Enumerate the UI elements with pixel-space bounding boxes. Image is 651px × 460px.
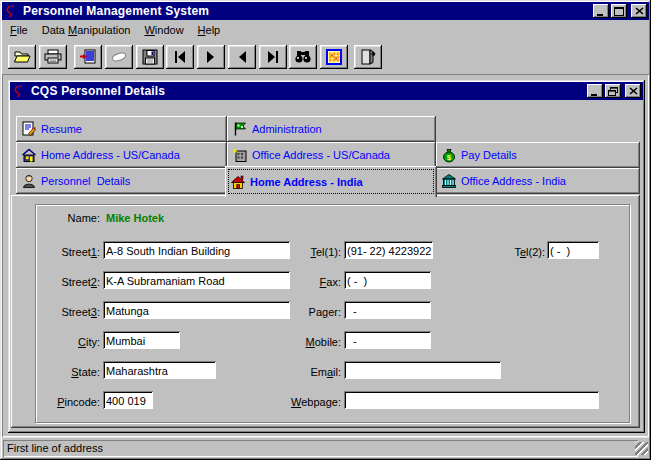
name-label: Name: xyxy=(40,209,100,227)
save-button[interactable] xyxy=(136,45,164,69)
maximize-button[interactable] xyxy=(611,4,627,18)
exit-icon xyxy=(359,49,377,65)
home-india-icon xyxy=(230,174,246,190)
exit-button[interactable] xyxy=(354,45,382,69)
open-button[interactable] xyxy=(8,45,36,69)
mobile-label: Mobile: xyxy=(266,333,341,351)
webpage-input[interactable] xyxy=(344,391,599,409)
print-button[interactable] xyxy=(39,45,67,69)
main-window-title: Personnel Management System xyxy=(23,4,591,18)
add-record-button[interactable] xyxy=(74,45,102,69)
tab-label: Office Address - US/Canada xyxy=(252,149,390,161)
resize-grip[interactable] xyxy=(635,442,648,455)
resume-icon xyxy=(21,121,37,137)
child-restore-button[interactable] xyxy=(605,84,621,98)
mdi-client-area: CQS Personnel Details Resume Administrat… xyxy=(2,74,649,437)
money-bag-icon: $ xyxy=(441,147,457,163)
previous-record-button[interactable] xyxy=(228,45,256,69)
city-input[interactable] xyxy=(103,331,180,349)
clear-icon xyxy=(110,49,128,65)
tab-home-address-us-canada[interactable]: Home Address - US/Canada xyxy=(16,142,227,168)
app-logo-icon xyxy=(12,84,27,99)
street2-input[interactable] xyxy=(103,271,290,289)
tab-label: Home Address - India xyxy=(250,176,363,188)
tab-label: Home Address - US/Canada xyxy=(41,149,180,161)
webpage-label: Webpage: xyxy=(266,393,341,411)
tel2-input[interactable] xyxy=(547,241,599,259)
tab-label: Personnel Details xyxy=(41,175,130,187)
state-label: State: xyxy=(35,363,100,381)
tab-office-address-us-canada[interactable]: Office Address - US/Canada xyxy=(227,142,436,168)
find-icon xyxy=(294,49,312,65)
child-window-title: CQS Personnel Details xyxy=(31,84,585,98)
tel1-label: Tel(1): xyxy=(266,243,341,261)
print-icon xyxy=(44,49,62,65)
child-minimize-button[interactable] xyxy=(587,84,603,98)
tab-label: Resume xyxy=(41,123,82,135)
last-record-button[interactable] xyxy=(259,45,287,69)
child-titlebar: CQS Personnel Details xyxy=(10,82,643,100)
first-record-button[interactable] xyxy=(166,45,194,69)
next-record-button[interactable] xyxy=(197,45,225,69)
next-record-icon xyxy=(203,50,219,64)
email-input[interactable] xyxy=(344,361,501,379)
tab-resume[interactable]: Resume xyxy=(16,116,227,142)
main-window: Personnel Management System File Data Ma… xyxy=(0,0,651,460)
tab-label: Pay Details xyxy=(461,149,517,161)
street2-label: Street2: xyxy=(35,273,100,291)
close-button[interactable] xyxy=(631,4,647,18)
clear-button[interactable] xyxy=(105,45,133,69)
mobile-input[interactable] xyxy=(344,331,431,349)
minimize-button[interactable] xyxy=(593,4,609,18)
tab-pay-details[interactable]: $ Pay Details xyxy=(436,142,640,168)
last-record-icon xyxy=(265,50,281,64)
fax-input[interactable] xyxy=(344,271,431,289)
email-label: Email: xyxy=(266,363,341,381)
tab-personnel-details[interactable]: Personnel Details xyxy=(16,168,227,194)
street3-input[interactable] xyxy=(103,301,290,319)
name-value: Mike Hotek xyxy=(106,209,164,227)
office-us-icon xyxy=(232,147,248,163)
office-india-icon xyxy=(441,173,457,189)
menu-file[interactable]: File xyxy=(3,22,35,38)
child-window: CQS Personnel Details Resume Administrat… xyxy=(8,80,645,433)
tab-administration[interactable]: Administration xyxy=(227,116,436,142)
tab-label: Administration xyxy=(252,123,322,135)
data-grid-button[interactable] xyxy=(320,45,348,69)
menu-data-manipulation[interactable]: Data Manipulation xyxy=(35,22,138,38)
home-us-icon xyxy=(21,147,37,163)
street1-label: Street1: xyxy=(35,243,100,261)
street1-input[interactable] xyxy=(103,241,290,259)
pager-input[interactable] xyxy=(344,301,431,319)
administration-flag-icon xyxy=(232,121,248,137)
find-button[interactable] xyxy=(289,45,317,69)
previous-record-icon xyxy=(234,50,250,64)
svg-text:$: $ xyxy=(447,153,452,162)
menubar: File Data Manipulation Window Help xyxy=(2,20,649,39)
main-titlebar: Personnel Management System xyxy=(2,2,649,20)
tel2-label: Tel(2): xyxy=(491,243,545,261)
menu-window[interactable]: Window xyxy=(137,22,190,38)
app-logo-icon xyxy=(4,4,19,19)
statusbar: First line of address xyxy=(2,437,649,458)
tab-page-home-address-india: Name: Mike Hotek Street1: Street2: Stree… xyxy=(11,195,640,428)
fax-label: Fax: xyxy=(266,273,341,291)
tab-label: Office Address - India xyxy=(461,175,566,187)
add-record-icon xyxy=(79,49,97,65)
pincode-label: Pincode: xyxy=(35,393,100,411)
person-icon xyxy=(21,173,37,189)
pincode-input[interactable] xyxy=(103,391,153,409)
tel1-input[interactable] xyxy=(344,241,433,259)
tab-home-address-india[interactable]: Home Address - India xyxy=(225,166,437,197)
pager-label: Pager: xyxy=(266,303,341,321)
save-icon xyxy=(141,49,159,65)
child-close-button[interactable] xyxy=(625,84,641,98)
open-folder-icon xyxy=(13,49,31,65)
state-input[interactable] xyxy=(103,361,216,379)
city-label: City: xyxy=(35,333,100,351)
street3-label: Street3: xyxy=(35,303,100,321)
menu-help[interactable]: Help xyxy=(191,22,228,38)
data-grid-icon xyxy=(325,49,343,65)
tab-office-address-india[interactable]: Office Address - India xyxy=(436,168,640,194)
toolbar xyxy=(2,39,649,74)
